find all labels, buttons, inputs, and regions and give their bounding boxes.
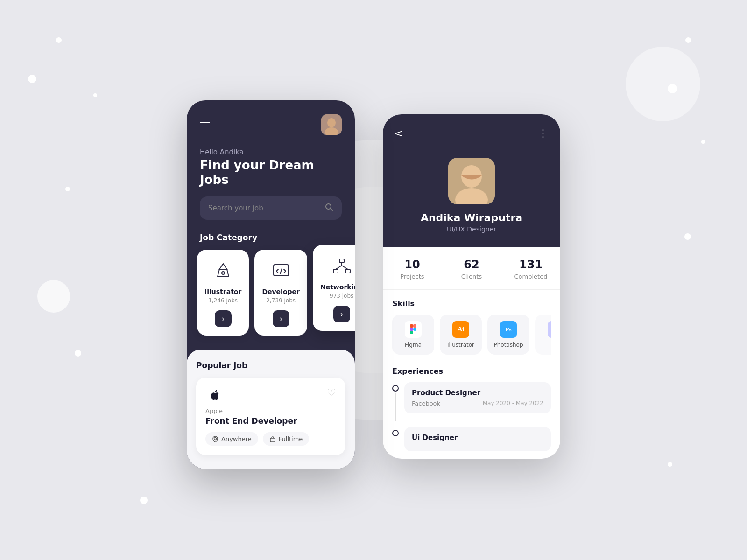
left-phone: Hello Andika Find your Dream Jobs Search… (187, 100, 355, 469)
stat-number-completed: 131 (501, 258, 560, 271)
phone-right-header: < ⋮ (383, 114, 560, 158)
category-cards: Illustrator 1,246 jobs › Developer 2,739… (187, 250, 355, 345)
svg-rect-8 (339, 259, 344, 263)
more-options-button[interactable]: ⋮ (538, 127, 549, 139)
popular-section-label: Popular Job (196, 361, 345, 370)
svg-line-12 (336, 266, 342, 269)
search-icon (325, 203, 333, 213)
svg-rect-22 (413, 324, 416, 328)
back-button[interactable]: < (394, 127, 402, 139)
stats-row: 10 Projects 62 Clients 131 Completed (383, 247, 560, 290)
stat-number-clients: 62 (442, 258, 501, 271)
experience-timeline: Product Designer Facebook May 2020 - May… (392, 382, 551, 451)
svg-point-1 (327, 118, 336, 127)
skills-section: Skills Figma (383, 290, 560, 359)
exp-title-2: Ui Designer (412, 434, 543, 442)
category-btn-networking[interactable]: › (333, 306, 350, 322)
job-tag-type[interactable]: Fulltime (263, 432, 310, 446)
experiences-title: Experiences (392, 367, 551, 376)
profile-name: Andika Wiraputra (421, 212, 522, 224)
stat-label-clients: Clients (442, 273, 501, 280)
greeting-hello: Hello Andika (200, 148, 342, 156)
category-name-illustrator: Illustrator (204, 288, 241, 295)
job-company: Apple (205, 407, 336, 414)
greeting-section: Hello Andika Find your Dream Jobs (187, 144, 355, 196)
skill-ae[interactable]: Ae AE (535, 315, 551, 355)
svg-rect-19 (410, 324, 413, 328)
stat-completed: 131 Completed (501, 258, 560, 280)
svg-rect-21 (410, 331, 413, 334)
right-phone: < ⋮ Andika Wiraputra UI/UX Designer 10 P… (383, 114, 560, 459)
ai-icon: Ai (452, 321, 469, 338)
exp-dot-2 (392, 430, 399, 436)
exp-card-1[interactable]: Product Designer Facebook May 2020 - May… (404, 382, 551, 413)
figma-icon (405, 321, 422, 338)
svg-line-4 (331, 209, 333, 211)
pen-tool-icon (212, 260, 234, 282)
svg-rect-9 (333, 269, 338, 273)
stat-clients: 62 Clients (442, 258, 501, 280)
skill-figma[interactable]: Figma (392, 315, 434, 355)
svg-point-5 (222, 272, 225, 274)
greeting-title: Find your Dream Jobs (200, 158, 342, 187)
job-title: Front End Developer (205, 416, 336, 426)
category-jobs-developer: 2,739 jobs (266, 297, 296, 304)
svg-line-13 (342, 266, 348, 269)
skill-illustrator[interactable]: Ai Illustrator (440, 315, 482, 355)
bag-icon (269, 436, 276, 442)
favorite-icon[interactable]: ♡ (327, 387, 336, 399)
exp-company-1: Facebook (412, 400, 440, 407)
profile-avatar (448, 158, 495, 204)
job-card[interactable]: ♡ Apple Front End Developer Anywhere (196, 378, 345, 455)
job-tag-location[interactable]: Anywhere (205, 432, 258, 446)
skills-row: Figma Ai Illustrator Ps Photoshop (392, 315, 551, 355)
exp-dot-1 (392, 385, 399, 392)
svg-rect-20 (410, 328, 413, 331)
experiences-section: Experiences Product Designer Facebook Ma… (383, 359, 560, 459)
exp-date-1: May 2020 - May 2022 (483, 400, 543, 406)
experience-item-1: Product Designer Facebook May 2020 - May… (392, 382, 551, 421)
stat-number-projects: 10 (383, 258, 442, 271)
category-jobs-networking: 973 jobs (330, 293, 353, 299)
category-card-illustrator[interactable]: Illustrator 1,246 jobs › (197, 250, 249, 336)
ae-icon: Ae (548, 321, 551, 338)
location-icon (212, 436, 218, 442)
exp-card-2[interactable]: Ui Designer (404, 427, 551, 451)
skill-name-photoshop: Photoshop (493, 342, 523, 348)
menu-icon[interactable] (200, 122, 210, 126)
ps-icon: Ps (500, 321, 517, 338)
skill-name-figma: Figma (405, 342, 422, 348)
category-jobs-illustrator: 1,246 jobs (208, 297, 238, 304)
category-btn-illustrator[interactable]: › (215, 310, 232, 327)
svg-rect-15 (270, 438, 275, 442)
category-name-networking: Networking (320, 283, 355, 291)
network-icon (331, 255, 353, 278)
svg-line-7 (280, 268, 282, 274)
profile-role: UI/UX Designer (447, 225, 496, 233)
search-placeholder: Search your job (208, 204, 263, 212)
stat-label-completed: Completed (501, 273, 560, 280)
search-bar[interactable]: Search your job (200, 196, 342, 220)
job-tags: Anywhere Fulltime (205, 432, 336, 446)
svg-point-14 (214, 437, 217, 440)
exp-dot-col-2 (392, 427, 399, 436)
apple-icon (205, 387, 222, 404)
category-btn-developer[interactable]: › (273, 310, 289, 327)
svg-rect-10 (345, 269, 350, 273)
category-name-developer: Developer (262, 288, 300, 295)
phone-left-header (187, 100, 355, 144)
category-card-developer[interactable]: Developer 2,739 jobs › (254, 250, 307, 336)
skills-title: Skills (392, 299, 551, 308)
exp-meta-1: Facebook May 2020 - May 2022 (412, 400, 543, 407)
stat-label-projects: Projects (383, 273, 442, 280)
skill-photoshop[interactable]: Ps Photoshop (487, 315, 529, 355)
svg-point-23 (413, 328, 416, 331)
profile-section: Andika Wiraputra UI/UX Designer (383, 158, 560, 247)
experience-item-2: Ui Designer (392, 427, 551, 451)
popular-section: Popular Job ♡ Apple Front End Developer (187, 350, 355, 469)
user-avatar[interactable] (321, 114, 342, 135)
skill-name-illustrator: Illustrator (447, 342, 474, 348)
exp-dot-col-1 (392, 382, 399, 421)
category-card-networking[interactable]: Networking 973 jobs › (313, 245, 355, 331)
job-card-top: ♡ (205, 387, 336, 404)
